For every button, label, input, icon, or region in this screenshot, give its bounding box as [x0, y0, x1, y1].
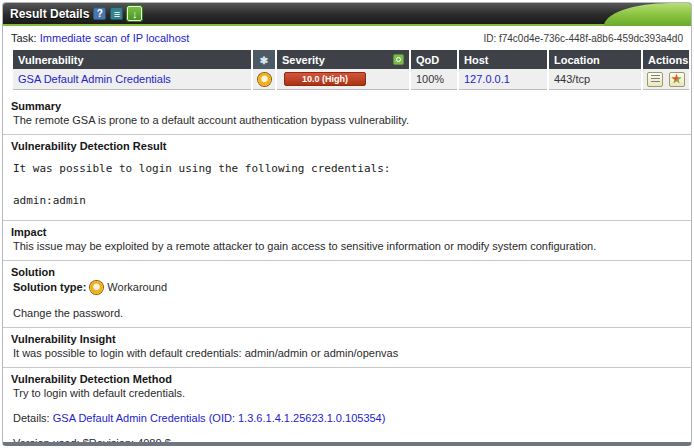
- dynamic-severity-icon[interactable]: [393, 54, 404, 65]
- impact-heading: Impact: [11, 225, 683, 239]
- column-header-vulnerability: Vulnerability: [13, 50, 251, 69]
- detection-method-text: Try to login with default credentials.: [11, 386, 683, 400]
- version-used-text: Version used: $Revision: 4080 $: [11, 436, 683, 446]
- result-table: Vulnerability ✱ Severity QoD Host Locati…: [11, 50, 691, 90]
- page-title: Result Details: [10, 7, 89, 21]
- nvt-details-link[interactable]: GSA Default Admin Credentials (OID: 1.3.…: [53, 412, 386, 424]
- add-override-icon[interactable]: [669, 72, 685, 87]
- location-value: 443/tcp: [549, 69, 641, 90]
- column-header-location: Location: [549, 50, 641, 69]
- detection-method-heading: Vulnerability Detection Method: [11, 372, 683, 386]
- section-detection-result: Vulnerability Detection Result It was po…: [3, 134, 691, 220]
- details-line: Details: GSA Default Admin Credentials (…: [11, 411, 683, 425]
- summary-text: The remote GSA is prone to a default acc…: [11, 113, 683, 127]
- task-label: Task:: [11, 32, 37, 44]
- titlebar: Result Details ? ≡ ↓: [3, 3, 691, 26]
- solution-text: Change the password.: [11, 306, 683, 320]
- section-solution: Solution Solution type: Workaround Chang…: [3, 260, 691, 327]
- severity-badge: 10.0 (High): [284, 72, 366, 86]
- workaround-icon: [90, 281, 103, 294]
- help-icon[interactable]: ?: [93, 7, 106, 20]
- task-row: Task: Immediate scan of IP localhost ID:…: [3, 26, 691, 48]
- note-lines-glyph: [651, 75, 660, 83]
- insight-text: It was possible to login with default cr…: [11, 346, 683, 360]
- summary-heading: Summary: [11, 99, 683, 113]
- solution-heading: Solution: [11, 265, 683, 279]
- section-detection-method: Vulnerability Detection Method Try to lo…: [3, 367, 691, 446]
- column-header-solution-type: ✱: [253, 50, 275, 69]
- details-label: Details:: [13, 412, 50, 424]
- add-note-icon[interactable]: [647, 72, 663, 87]
- detection-result-output: It was possible to login using the follo…: [13, 161, 683, 209]
- titlebar-swoosh: [604, 3, 692, 26]
- detection-result-heading: Vulnerability Detection Result: [11, 139, 683, 153]
- result-id: ID: f74c0d4e-736c-448f-a8b6-459dc393a4d0: [483, 33, 683, 44]
- solution-type-label: Solution type:: [13, 279, 86, 295]
- impact-text: This issue may be exploited by a remote …: [11, 239, 683, 253]
- result-details-window: Result Details ? ≡ ↓ Task: Immediate sca…: [2, 2, 692, 446]
- column-header-qod: QoD: [411, 50, 457, 69]
- host-link[interactable]: 127.0.0.1: [464, 73, 510, 85]
- section-impact: Impact This issue may be exploited by a …: [3, 220, 691, 260]
- task-link[interactable]: Immediate scan of IP localhost: [40, 32, 190, 44]
- solution-type-line: Solution type: Workaround: [11, 279, 683, 295]
- section-insight: Vulnerability Insight It was possible to…: [3, 327, 691, 367]
- insight-heading: Vulnerability Insight: [11, 332, 683, 346]
- result-row: GSA Default Admin Credentials 10.0 (High…: [13, 69, 689, 90]
- id-value: f74c0d4e-736c-448f-a8b6-459dc393a4d0: [499, 33, 683, 44]
- export-icon[interactable]: ↓: [127, 6, 142, 21]
- column-header-host: Host: [459, 50, 547, 69]
- column-header-actions: Actions: [643, 50, 689, 69]
- detail-sections: Summary The remote GSA is prone to a def…: [3, 95, 691, 446]
- table-header-row: Vulnerability ✱ Severity QoD Host Locati…: [13, 50, 689, 69]
- task-line: Task: Immediate scan of IP localhost: [11, 32, 189, 44]
- severity-header-label: Severity: [282, 54, 325, 66]
- solution-type-value: Workaround: [107, 279, 167, 295]
- qod-value: 100%: [411, 69, 457, 90]
- vulnerability-link[interactable]: GSA Default Admin Credentials: [18, 73, 171, 85]
- override-star-glyph: [671, 74, 682, 85]
- workaround-icon: [258, 73, 271, 86]
- list-icon[interactable]: ≡: [110, 7, 123, 20]
- id-label: ID:: [483, 33, 496, 44]
- section-summary: Summary The remote GSA is prone to a def…: [3, 95, 691, 134]
- column-header-severity: Severity: [277, 50, 409, 69]
- solution-type-icon: ✱: [260, 55, 268, 66]
